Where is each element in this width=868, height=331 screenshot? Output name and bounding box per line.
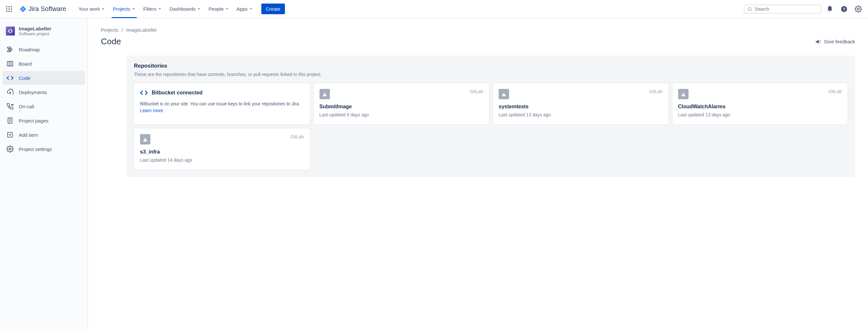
settings-icon[interactable] xyxy=(852,3,864,15)
megaphone-icon xyxy=(815,38,822,45)
top-navigation: Jira Software Your workProjectsFiltersDa… xyxy=(0,0,868,18)
board-icon xyxy=(6,60,13,67)
svg-rect-15 xyxy=(8,49,12,50)
chevron-down-icon xyxy=(225,6,229,12)
nav-item-label: People xyxy=(209,6,224,12)
breadcrumb-root[interactable]: Projects xyxy=(101,27,118,33)
svg-point-1 xyxy=(8,6,10,7)
repo-provider-label: GitLab xyxy=(290,134,304,139)
chevron-down-icon xyxy=(197,6,201,12)
nav-item-label: Your work xyxy=(79,6,100,12)
nav-item-projects[interactable]: Projects xyxy=(110,4,139,13)
breadcrumb: Projects / ImageLabeller xyxy=(101,27,855,33)
sidebar-item-roadmap[interactable]: Roadmap xyxy=(3,43,85,56)
repo-card[interactable]: GitLabsystemtestsLast updated 13 days ag… xyxy=(493,83,669,125)
svg-rect-33 xyxy=(503,93,504,94)
svg-point-3 xyxy=(6,8,7,10)
settings-icon xyxy=(6,145,13,153)
svg-rect-35 xyxy=(683,93,684,94)
create-button[interactable]: Create xyxy=(261,4,285,14)
repo-provider-label: GitLab xyxy=(649,89,662,94)
nav-item-label: Filters xyxy=(143,6,157,12)
project-sidebar: ImageLabeller Software project RoadmapBo… xyxy=(0,18,88,331)
svg-rect-38 xyxy=(144,139,147,140)
sidebar-item-add-item[interactable]: Add item xyxy=(3,128,85,141)
svg-point-5 xyxy=(11,8,12,10)
nav-item-apps[interactable]: Apps xyxy=(234,4,256,13)
sidebar-item-code[interactable]: Code xyxy=(3,71,85,85)
primary-nav: Your workProjectsFiltersDashboardsPeople… xyxy=(75,4,256,13)
sidebar-item-project-pages[interactable]: Project pages xyxy=(3,114,85,127)
sidebar-item-project-settings[interactable]: Project settings xyxy=(3,142,85,156)
learn-more-link[interactable]: Learn more xyxy=(140,108,163,113)
nav-item-your-work[interactable]: Your work xyxy=(75,4,108,13)
sidebar-item-board[interactable]: Board xyxy=(3,57,85,70)
svg-point-7 xyxy=(8,11,10,12)
bitbucket-connected-card: Bitbucket connectedBitbucket is on your … xyxy=(134,83,310,125)
repo-provider-icon xyxy=(499,89,509,99)
jira-logo[interactable]: Jira Software xyxy=(17,5,69,12)
sidebar-item-label: Roadmap xyxy=(19,47,40,53)
repo-updated: Last updated 9 days ago xyxy=(319,112,484,117)
deployments-icon xyxy=(6,89,13,96)
repo-card[interactable]: GitLabs3_infraLast updated 14 days ago xyxy=(134,128,310,170)
svg-point-0 xyxy=(6,6,7,7)
svg-rect-36 xyxy=(682,94,684,95)
repo-card[interactable]: GitLabCloudWatchAlarmsLast updated 13 da… xyxy=(672,83,848,125)
svg-rect-37 xyxy=(145,138,146,139)
nav-item-label: Projects xyxy=(113,6,130,12)
svg-rect-16 xyxy=(7,51,11,52)
sidebar-item-on-call[interactable]: On-call xyxy=(3,100,85,113)
svg-point-22 xyxy=(13,105,13,105)
app-switcher-icon[interactable] xyxy=(4,4,14,14)
oncall-icon xyxy=(6,103,13,110)
repo-provider-icon xyxy=(678,89,688,99)
repo-name: s3_infra xyxy=(140,149,304,155)
search-field[interactable] xyxy=(744,4,822,13)
project-avatar-icon xyxy=(6,27,15,36)
repo-card[interactable]: GitLabSubmitImageLast updated 9 days ago xyxy=(313,83,490,125)
additem-icon xyxy=(6,131,13,138)
svg-rect-17 xyxy=(7,61,13,66)
notifications-icon[interactable] xyxy=(824,3,836,15)
svg-rect-31 xyxy=(324,93,325,94)
panel-description: These are the repositories that have com… xyxy=(134,72,848,77)
sidebar-item-label: Deployments xyxy=(19,90,47,95)
svg-rect-14 xyxy=(7,47,11,48)
chevron-down-icon xyxy=(158,6,162,12)
search-input[interactable] xyxy=(755,6,818,12)
sidebar-item-label: Add item xyxy=(19,132,38,138)
svg-point-21 xyxy=(12,105,12,105)
project-name: ImageLabeller xyxy=(19,26,52,31)
repo-updated: Last updated 13 days ago xyxy=(499,112,663,117)
repo-provider-icon xyxy=(140,134,150,144)
chevron-down-icon xyxy=(249,6,253,12)
svg-point-13 xyxy=(857,8,859,10)
panel-title: Repositories xyxy=(134,63,848,69)
nav-item-filters[interactable]: Filters xyxy=(140,4,165,13)
code-icon xyxy=(140,89,148,97)
search-icon xyxy=(747,6,752,12)
nav-item-people[interactable]: People xyxy=(205,4,232,13)
nav-item-label: Apps xyxy=(237,6,248,12)
logo-text: Jira Software xyxy=(28,5,66,12)
project-header[interactable]: ImageLabeller Software project xyxy=(3,25,85,43)
svg-line-10 xyxy=(751,10,751,11)
repo-updated: Last updated 14 days ago xyxy=(140,158,304,163)
code-icon xyxy=(6,74,13,81)
breadcrumb-sep: / xyxy=(122,27,123,33)
svg-point-4 xyxy=(8,8,10,10)
repo-name: systemtests xyxy=(499,104,663,109)
svg-point-2 xyxy=(11,6,12,7)
give-feedback-button[interactable]: Give feedback xyxy=(815,38,855,45)
sidebar-item-label: Board xyxy=(19,61,32,67)
chevron-down-icon xyxy=(132,6,135,12)
nav-item-dashboards[interactable]: Dashboards xyxy=(166,4,204,13)
help-icon[interactable]: ? xyxy=(838,3,850,15)
sidebar-item-deployments[interactable]: Deployments xyxy=(3,85,85,99)
nav-item-label: Dashboards xyxy=(169,6,196,12)
main-content: Projects / ImageLabeller Code Give feedb… xyxy=(88,18,868,331)
bitbucket-description: Bitbucket is on your site. You can use i… xyxy=(140,101,304,114)
breadcrumb-project[interactable]: ImageLabeller xyxy=(126,27,157,33)
svg-text:?: ? xyxy=(843,6,845,11)
